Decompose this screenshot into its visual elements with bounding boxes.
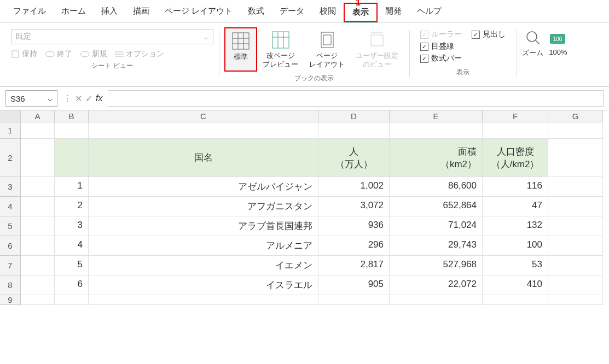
cell[interactable]: 22,072	[390, 275, 483, 295]
cell[interactable]: アフガニスタン	[89, 197, 318, 216]
cell[interactable]	[21, 236, 55, 256]
cell[interactable]	[390, 122, 483, 139]
cell[interactable]: 86,600	[390, 177, 483, 197]
cell[interactable]: 71,024	[390, 216, 483, 236]
formula-input[interactable]	[108, 90, 604, 107]
cell[interactable]: 3,072	[318, 197, 390, 216]
header-population[interactable]: 人 （万人）	[318, 139, 390, 177]
header-area[interactable]: 面積 （km2）	[390, 139, 483, 177]
col-header-e[interactable]: E	[390, 110, 483, 122]
cell[interactable]	[21, 177, 55, 197]
menu-help[interactable]: ヘルプ	[409, 3, 449, 22]
cell[interactable]	[548, 236, 603, 256]
page-break-preview-button[interactable]: 改ページ プレビュー	[257, 27, 304, 72]
cell[interactable]: 5	[55, 256, 89, 275]
cell[interactable]	[483, 122, 548, 139]
exit-button[interactable]: 終了	[45, 49, 72, 59]
cell[interactable]: アルメニア	[89, 236, 318, 256]
fx-icon[interactable]: fx	[96, 93, 102, 103]
row-header-6[interactable]: 6	[0, 236, 21, 256]
expand-icon[interactable]: ⋮	[63, 93, 72, 104]
cell[interactable]: イエメン	[89, 256, 318, 275]
select-all-corner[interactable]	[0, 110, 21, 122]
keep-button[interactable]: 保持	[11, 49, 37, 59]
cell[interactable]	[548, 295, 603, 305]
row-header-1[interactable]: 1	[0, 122, 21, 139]
zoom-button[interactable]: ズーム	[522, 30, 543, 58]
cell[interactable]	[21, 275, 55, 295]
menu-page-layout[interactable]: ページ レイアウト	[157, 3, 240, 22]
col-header-c[interactable]: C	[89, 110, 318, 122]
cell[interactable]	[390, 295, 483, 305]
cell[interactable]	[548, 216, 603, 236]
cell[interactable]	[21, 139, 55, 177]
cell[interactable]: 3	[55, 216, 89, 236]
cell[interactable]	[21, 295, 55, 305]
col-header-f[interactable]: F	[483, 110, 548, 122]
cell[interactable]: 1	[55, 177, 89, 197]
zoom-100-button[interactable]: 100 100%	[549, 30, 567, 56]
cell[interactable]	[55, 295, 89, 305]
cell[interactable]: 4	[55, 236, 89, 256]
cell[interactable]	[318, 295, 390, 305]
cell[interactable]: 116	[483, 177, 548, 197]
options-button[interactable]: オプション	[115, 49, 164, 59]
cell[interactable]: 652,864	[390, 197, 483, 216]
cell[interactable]: 527,968	[390, 256, 483, 275]
cell[interactable]	[548, 197, 603, 216]
cell[interactable]: 100	[483, 236, 548, 256]
cell[interactable]	[548, 275, 603, 295]
cell[interactable]: 2	[55, 197, 89, 216]
cell[interactable]	[89, 295, 318, 305]
cell[interactable]: イスラエル	[89, 275, 318, 295]
menu-formula[interactable]: 数式	[240, 3, 272, 22]
cell[interactable]	[21, 197, 55, 216]
menu-review[interactable]: 校閲	[312, 3, 344, 22]
cell[interactable]: 410	[483, 275, 548, 295]
cell[interactable]	[89, 122, 318, 139]
cell[interactable]	[548, 177, 603, 197]
cell[interactable]: 47	[483, 197, 548, 216]
cell[interactable]: アゼルバイジャン	[89, 177, 318, 197]
menu-data[interactable]: データ	[272, 3, 312, 22]
headings-checkbox[interactable]: ✓見出し	[472, 30, 506, 39]
menu-developer[interactable]: 開発	[378, 3, 409, 22]
cell[interactable]	[483, 295, 548, 305]
cell[interactable]: 296	[318, 236, 390, 256]
menu-view[interactable]: 表示	[344, 3, 378, 22]
col-header-d[interactable]: D	[318, 110, 390, 122]
cell[interactable]	[21, 216, 55, 236]
cell[interactable]: 936	[318, 216, 390, 236]
cell[interactable]	[318, 122, 390, 139]
new-button[interactable]: 新規	[80, 49, 107, 59]
name-box[interactable]: S36 ⌵	[5, 90, 57, 107]
col-header-a[interactable]: A	[21, 110, 55, 122]
cell[interactable]: 2,817	[318, 256, 390, 275]
normal-view-button[interactable]: 標準	[224, 27, 257, 72]
header-country[interactable]: 国名	[89, 139, 318, 177]
enter-icon[interactable]: ✓	[85, 93, 92, 104]
row-header-2[interactable]: 2	[0, 139, 21, 177]
row-header-9[interactable]: 9	[0, 295, 21, 305]
cell[interactable]: 1,002	[318, 177, 390, 197]
sheet-view-dropdown[interactable]: 既定 ⌵	[11, 29, 213, 44]
cell[interactable]	[548, 256, 603, 275]
menu-home[interactable]: ホーム	[54, 3, 94, 22]
row-header-8[interactable]: 8	[0, 275, 21, 295]
row-header-3[interactable]: 3	[0, 177, 21, 197]
row-header-5[interactable]: 5	[0, 216, 21, 236]
cell[interactable]: 29,743	[390, 236, 483, 256]
cell[interactable]: 6	[55, 275, 89, 295]
menu-file[interactable]: ファイル	[5, 3, 54, 22]
cell[interactable]	[21, 256, 55, 275]
cell[interactable]	[548, 122, 603, 139]
row-header-4[interactable]: 4	[0, 197, 21, 216]
menu-insert[interactable]: 挿入	[94, 3, 125, 22]
row-header-7[interactable]: 7	[0, 256, 21, 275]
col-header-g[interactable]: G	[548, 110, 603, 122]
cell[interactable]: アラブ首長国連邦	[89, 216, 318, 236]
cell[interactable]: 53	[483, 256, 548, 275]
col-header-b[interactable]: B	[55, 110, 89, 122]
formula-bar-checkbox[interactable]: ✓数式バー	[420, 54, 506, 63]
menu-draw[interactable]: 描画	[125, 3, 157, 22]
